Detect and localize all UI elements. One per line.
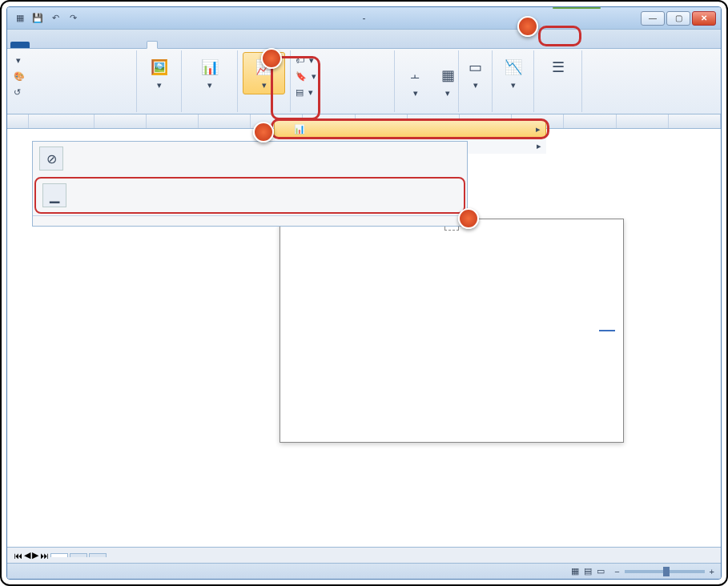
tab-layout[interactable] [147,41,158,49]
sheet-nav-prev[interactable]: ◀ [24,550,30,560]
tab-review[interactable] [79,42,89,48]
tab-data[interactable] [70,42,79,48]
tab-insert[interactable] [41,42,50,48]
background-icon: ▭ [465,56,487,78]
window-title: - [7,13,721,24]
grid-icon: ▦ [436,64,459,86]
sheet-tab-bar: ⏮ ◀ ▶ ⏭ [7,547,721,563]
undo-icon[interactable]: ↶ [47,10,63,26]
background-button[interactable]: ▭ ▾ [464,52,487,94]
submenu-horizontal-axis-title[interactable]: 📊 ▸ [274,120,546,138]
status-bar: ▦ ▤ ▭ − + [7,563,721,579]
none-icon: ⊘ [39,146,63,171]
dropdown-option-none[interactable]: ⊘ [33,142,467,175]
col-A[interactable] [29,114,94,128]
tab-home[interactable] [31,42,41,48]
redo-icon[interactable]: ↷ [65,10,81,26]
chart-plot [288,255,551,410]
maximize-button[interactable]: ▢ [666,11,690,26]
insert-button[interactable]: 🖼️ ▾ [142,52,176,94]
tab-formulas[interactable] [60,42,70,48]
properties-button[interactable]: ☰ [539,52,577,84]
close-button[interactable]: ✕ [692,11,716,26]
analysis-icon: 📉 [502,56,525,78]
sheet-nav-next[interactable]: ▶ [32,550,38,560]
callout-3 [253,122,274,142]
callout-2 [261,48,282,69]
ribbon: ▾ 🎨 ↺ 🖼️ ▾ 📊 ▾ 📈 ▾ 🏷 ▾ 🔖 ▾ [7,49,721,114]
chart-title-icon: 📊 [199,56,221,78]
sheet-nav-first[interactable]: ⏮ [14,551,22,560]
view-normal-icon[interactable]: ▦ [571,566,579,576]
dropdown-option-below-axis[interactable]: ▁ [34,177,465,214]
dropdown-more-options[interactable] [33,215,467,226]
axis-title-dropdown: ⊘ ▁ [32,141,468,227]
callout-4 [458,208,479,229]
zoom-in-icon[interactable]: + [710,567,714,576]
tab-pagelayout[interactable] [50,42,60,48]
below-axis-icon: ▁ [42,183,66,207]
sheet-tab-2[interactable] [70,553,87,557]
zoom-out-icon[interactable]: − [614,567,619,576]
sheet-tab-1[interactable] [50,553,68,557]
file-tab[interactable] [10,42,30,48]
tab-design[interactable] [137,42,147,48]
zoom-slider[interactable] [625,570,705,573]
view-layout-icon[interactable]: ▤ [584,566,592,576]
view-break-icon[interactable]: ▭ [597,566,605,576]
chart-object[interactable] [280,219,624,443]
axes-icon: ⫠ [404,64,427,86]
save-icon[interactable]: 💾 [30,10,46,26]
minimize-button[interactable]: — [641,11,665,26]
chart-title-button[interactable]: 📊 ▾ [187,52,232,94]
tab-format[interactable] [158,42,167,48]
picture-icon: 🖼️ [148,56,171,78]
title-bar: ▦ 💾 ↶ ↷ - — ▢ ✕ [7,7,721,30]
sheet-tab-3[interactable] [89,553,107,557]
properties-icon: ☰ [547,56,569,78]
chart-legend [599,330,618,331]
axes-button[interactable]: ⫠ ▾ [400,52,432,110]
tab-foxit[interactable] [118,42,127,48]
tab-abbyy[interactable] [127,42,137,48]
excel-icon: ▦ [12,10,28,26]
sheet-nav-last[interactable]: ⏭ [40,551,49,560]
ribbon-tabs [7,30,721,49]
tab-addins[interactable] [108,42,118,48]
tab-view[interactable] [89,42,99,48]
callout-1 [517,16,538,37]
chart-tools-context [553,7,601,9]
tab-developer[interactable] [99,42,108,48]
analysis-button[interactable]: 📉 ▾ [497,52,529,94]
